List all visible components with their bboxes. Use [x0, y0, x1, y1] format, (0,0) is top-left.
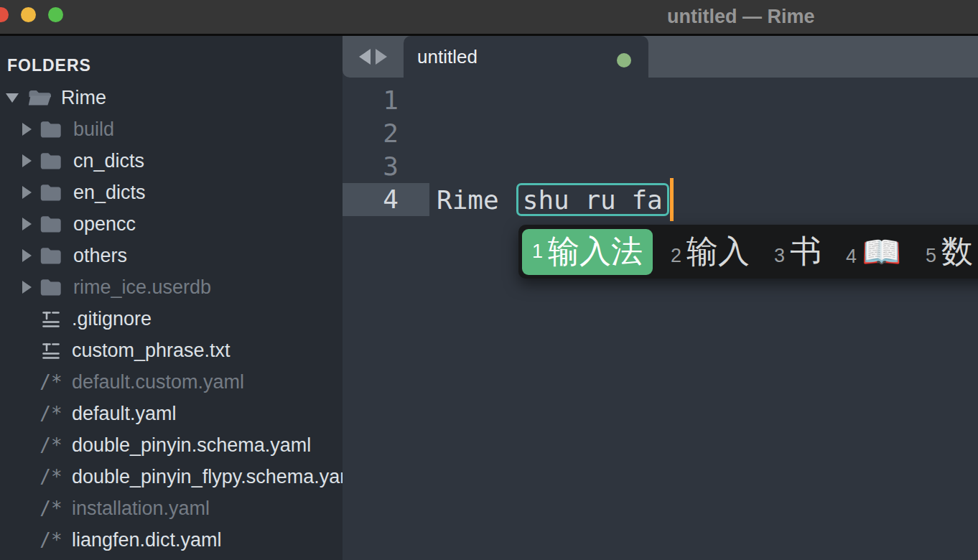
- title-bar: untitled — Rime: [0, 0, 978, 36]
- candidate-index: 5: [926, 245, 936, 267]
- candidate-index: 4: [846, 246, 857, 268]
- item-label: custom_phrase.txt: [72, 340, 230, 362]
- candidate-text: 📖: [862, 233, 901, 271]
- ime-composition: shu ru fa: [516, 183, 669, 216]
- chevron-right-icon: [22, 186, 32, 199]
- item-label: others: [73, 245, 127, 267]
- tree-folder-row[interactable]: build: [0, 113, 343, 145]
- candidate-index: 2: [671, 245, 681, 267]
- tree-folder-row[interactable]: cn_dicts: [0, 145, 343, 177]
- sidebar: FOLDERS Rimebuildcn_dictsen_dictsopencco…: [0, 36, 343, 560]
- candidate-index: 1: [532, 241, 543, 263]
- tree-file-row[interactable]: /*default.custom.yaml: [0, 366, 343, 398]
- zoom-button[interactable]: [48, 7, 63, 22]
- window-title: untitled — Rime: [667, 0, 815, 34]
- text-file-icon: [41, 340, 61, 360]
- chevron-down-icon: [6, 93, 19, 103]
- code-file-icon: /*: [41, 466, 61, 487]
- close-button[interactable]: [0, 7, 9, 22]
- folder-icon: [40, 184, 61, 201]
- tree-file-row[interactable]: /*double_pinyin_flypy.schema.yaml: [0, 461, 343, 493]
- item-label: default.yaml: [72, 403, 177, 425]
- ime-candidate-bar: 1输入法2输入3书4📖5数6述: [518, 225, 978, 279]
- tree-folder-row[interactable]: rime_ice.userdb: [0, 271, 343, 303]
- code-file-icon: /*: [41, 498, 61, 519]
- ime-candidate[interactable]: 5数: [926, 230, 973, 273]
- editor-pane: untitled 1234Rimeshu ru fa 1输入法2输入3书4📖5数…: [343, 36, 978, 560]
- item-label: .gitignore: [72, 308, 152, 330]
- candidate-text: 输入法: [548, 230, 643, 273]
- folder-icon: [40, 279, 61, 296]
- line-number: 3: [343, 150, 429, 183]
- folder-icon: [40, 215, 61, 233]
- item-label: default.custom.yaml: [72, 371, 244, 393]
- line-number: 4: [343, 183, 429, 216]
- chevron-right-icon: [22, 218, 32, 230]
- code-file-icon: /*: [41, 371, 61, 393]
- item-label: liangfen.dict.yaml: [72, 529, 222, 551]
- tree-file-row[interactable]: .gitignore: [0, 303, 343, 335]
- code-line: 4Rimeshu ru fa: [343, 183, 978, 216]
- composition-text: shu ru fa: [523, 185, 663, 215]
- candidate-text: 输入: [686, 230, 750, 273]
- chevron-right-icon: [22, 154, 32, 167]
- code-file-icon: /*: [41, 434, 61, 456]
- folder-tree: Rimebuildcn_dictsen_dictsopenccothersrim…: [0, 82, 343, 556]
- back-button[interactable]: [359, 49, 371, 65]
- forward-button[interactable]: [376, 49, 387, 65]
- item-label: opencc: [73, 213, 136, 235]
- back-icon: [359, 49, 371, 65]
- typed-text: Rime: [437, 185, 499, 215]
- item-label: build: [73, 118, 114, 141]
- tree-file-row[interactable]: /*liangfen.dict.yaml: [0, 524, 343, 556]
- forward-icon: [376, 49, 387, 65]
- modified-indicator-dot: [617, 53, 631, 67]
- tree-file-row[interactable]: /*double_pinyin.schema.yaml: [0, 429, 343, 461]
- code-file-icon: /*: [41, 403, 61, 424]
- tree-file-row[interactable]: custom_phrase.txt: [0, 335, 343, 366]
- ime-candidate[interactable]: 2输入: [671, 230, 750, 273]
- item-label: rime_ice.userdb: [73, 276, 211, 299]
- tab-untitled[interactable]: untitled: [404, 36, 648, 78]
- tree-file-row[interactable]: /*default.yaml: [0, 398, 343, 429]
- folder-icon: [40, 121, 61, 138]
- main-split: FOLDERS Rimebuildcn_dictsen_dictsopencco…: [0, 36, 978, 560]
- folder-open-icon: [28, 88, 52, 107]
- chevron-right-icon: [22, 123, 32, 136]
- ime-candidate[interactable]: 3书: [774, 230, 821, 273]
- candidate-index: 3: [774, 245, 785, 267]
- tree-folder-row[interactable]: others: [0, 240, 343, 271]
- tab-label: untitled: [417, 46, 478, 67]
- line-number: 1: [343, 84, 429, 117]
- folders-heading: FOLDERS: [7, 56, 343, 75]
- minimize-button[interactable]: [21, 7, 36, 22]
- candidate-text: 书: [790, 230, 821, 273]
- app-window: untitled — Rime FOLDERS Rimebuildcn_dict…: [0, 0, 978, 560]
- tree-file-row[interactable]: /*installation.yaml: [0, 493, 343, 524]
- text-file-icon: [41, 309, 61, 329]
- code-text: Rimeshu ru fa: [429, 178, 674, 221]
- item-label: double_pinyin.schema.yaml: [72, 434, 311, 457]
- tree-folder-row[interactable]: en_dicts: [0, 177, 343, 208]
- chevron-right-icon: [22, 249, 32, 262]
- folder-icon: [40, 152, 61, 169]
- item-label: installation.yaml: [72, 498, 210, 520]
- text-caret: [670, 178, 674, 221]
- item-label: Rime: [61, 87, 106, 109]
- candidate-text: 数: [941, 230, 973, 273]
- line-number: 2: [343, 117, 429, 150]
- item-label: double_pinyin_flypy.schema.yaml: [72, 466, 343, 488]
- tree-folder-row[interactable]: opencc: [0, 208, 343, 240]
- tab-nav: [343, 36, 404, 78]
- chevron-right-icon: [22, 281, 32, 294]
- ime-candidate[interactable]: 4📖: [846, 233, 901, 271]
- item-label: cn_dicts: [73, 150, 144, 172]
- code-line: 2: [343, 117, 978, 150]
- traffic-lights: [0, 7, 63, 22]
- tree-folder-row[interactable]: Rime: [0, 82, 343, 113]
- ime-candidate-selected[interactable]: 1输入法: [522, 229, 653, 275]
- code-file-icon: /*: [41, 529, 61, 551]
- folder-icon: [40, 247, 61, 264]
- code-editor[interactable]: 1234Rimeshu ru fa: [343, 78, 978, 216]
- code-line: 1: [343, 84, 978, 117]
